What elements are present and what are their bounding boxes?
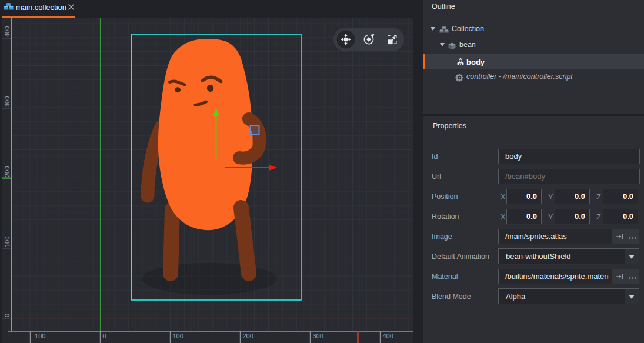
svg-text:200: 200 <box>242 332 253 339</box>
svg-text:100: 100 <box>172 332 183 339</box>
svg-text:0: 0 <box>102 332 106 339</box>
svg-text:400: 400 <box>4 26 11 37</box>
svg-text:-100: -100 <box>32 332 45 339</box>
svg-text:200: 200 <box>4 166 11 177</box>
svg-text:100: 100 <box>4 237 11 247</box>
svg-text:0: 0 <box>4 314 11 317</box>
svg-text:300: 300 <box>4 96 11 107</box>
svg-text:400: 400 <box>382 332 393 339</box>
svg-text:300: 300 <box>312 332 323 339</box>
